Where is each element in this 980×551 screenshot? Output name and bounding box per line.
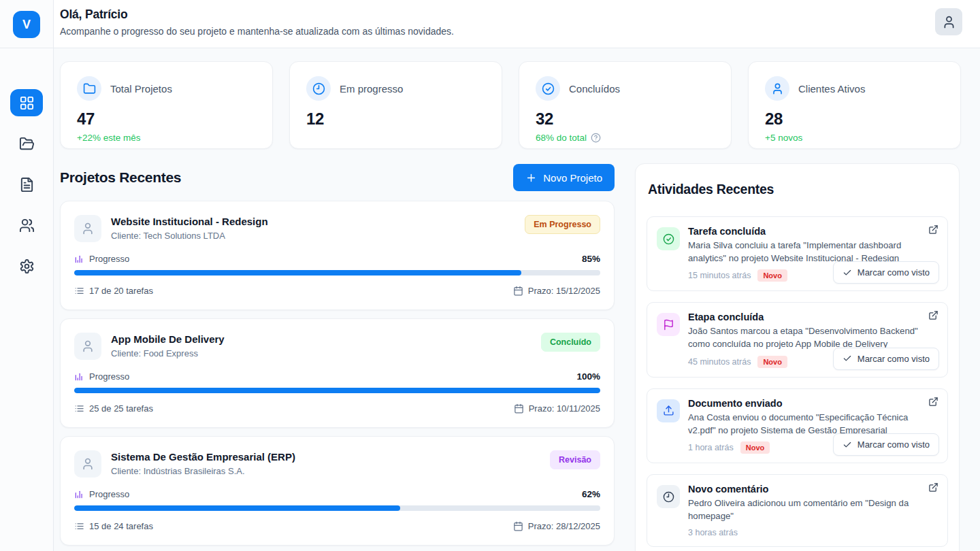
recent-projects-title: Projetos Recentes xyxy=(60,169,181,186)
recent-activities-title: Atividades Recentes xyxy=(648,182,947,197)
status-badge: Em Progresso xyxy=(525,215,600,234)
project-client: Cliente: Tech Solutions LTDA xyxy=(111,231,515,241)
stat-card-completed: Concluídos 32 68% do total xyxy=(519,61,732,149)
external-link-icon[interactable] xyxy=(928,482,938,492)
activity-item: Tarefa concluída Maria Silva concluiu a … xyxy=(647,216,948,291)
new-project-button[interactable]: Novo Projeto xyxy=(513,164,615,191)
user-menu-button[interactable] xyxy=(935,8,962,35)
activity-title: Tarefa concluída xyxy=(688,226,924,237)
list-icon xyxy=(74,286,84,296)
mark-seen-label: Marcar como visto xyxy=(858,354,930,364)
check-icon xyxy=(843,440,852,450)
clock-icon xyxy=(306,76,331,101)
stats-row: Total Projetos 47 +22% este mês Em progr… xyxy=(54,48,980,149)
project-deadline: Prazo: 10/11/2025 xyxy=(529,403,600,414)
activity-time: 3 horas atrás xyxy=(688,528,738,537)
recent-projects-section: Projetos Recentes Novo Projeto Website I… xyxy=(60,163,615,551)
activity-title: Novo comentário xyxy=(688,484,924,495)
mark-seen-button[interactable]: Marcar como visto xyxy=(833,433,939,456)
external-link-icon[interactable] xyxy=(928,224,938,235)
project-card[interactable]: Sistema De Gestão Empresarial (ERP) Clie… xyxy=(60,436,615,546)
check-circle-icon xyxy=(657,227,680,250)
main-content: Total Projetos 47 +22% este mês Em progr… xyxy=(54,48,980,551)
project-avatar xyxy=(74,333,101,360)
progress-bar xyxy=(74,505,600,511)
help-circle-icon[interactable] xyxy=(591,133,601,143)
project-avatar xyxy=(74,450,101,478)
activity-title: Documento enviado xyxy=(688,398,924,409)
header-titles: Olá, Patrício Acompanhe o progresso do s… xyxy=(60,7,454,37)
sidebar-divider xyxy=(0,48,53,48)
stat-sub-text: 68% do total xyxy=(536,133,587,143)
external-link-icon[interactable] xyxy=(928,397,938,407)
project-deadline: Prazo: 28/12/2025 xyxy=(528,521,600,531)
activity-item: Etapa concluída João Santos marcou a eta… xyxy=(647,302,948,377)
project-title: Sistema De Gestão Empresarial (ERP) xyxy=(111,451,540,463)
progress-label: Progresso xyxy=(89,254,129,264)
project-card[interactable]: Website Institucional - Redesign Cliente… xyxy=(60,201,615,310)
stat-label: Clientes Ativos xyxy=(798,83,865,95)
sidebar-item-settings[interactable] xyxy=(10,252,43,280)
activity-item: Documento enviado Ana Costa enviou o doc… xyxy=(647,388,948,463)
users-icon xyxy=(19,218,35,233)
stat-card-total-projects: Total Projetos 47 +22% este mês xyxy=(60,61,273,149)
calendar-icon xyxy=(514,403,524,414)
page-title: Olá, Patrício xyxy=(60,7,454,22)
project-avatar xyxy=(74,215,101,242)
user-icon xyxy=(81,222,95,235)
check-icon xyxy=(843,268,852,278)
progress-percent: 85% xyxy=(582,254,600,264)
stat-card-active-clients: Clientes Ativos 28 +5 novos xyxy=(748,61,961,149)
sidebar-item-projects[interactable] xyxy=(10,130,43,157)
calendar-icon xyxy=(513,521,523,531)
external-link-icon[interactable] xyxy=(928,310,938,320)
stat-sub: +22% este mês xyxy=(77,133,256,143)
activity-title: Etapa concluída xyxy=(688,312,924,322)
dashboard-grid-icon xyxy=(19,95,35,111)
user-icon xyxy=(81,457,95,471)
project-tasks: 17 de 20 tarefas xyxy=(89,286,153,296)
sidebar-nav xyxy=(0,89,53,280)
stat-value: 47 xyxy=(77,110,256,129)
stat-label: Concluídos xyxy=(569,83,620,95)
activity-time: 1 hora atrás xyxy=(688,443,734,452)
project-tasks: 25 de 25 tarefas xyxy=(89,403,153,414)
sidebar-item-dashboard[interactable] xyxy=(10,89,43,116)
stat-card-in-progress: Em progresso 12 xyxy=(289,61,502,149)
project-title: App Mobile De Delivery xyxy=(111,333,532,345)
clock-icon xyxy=(657,485,680,508)
sidebar-item-clients[interactable] xyxy=(10,212,43,239)
sidebar-item-documents[interactable] xyxy=(10,171,43,198)
progress-percent: 62% xyxy=(582,489,600,499)
user-icon xyxy=(765,76,789,101)
user-icon xyxy=(81,339,95,353)
upload-icon xyxy=(657,399,680,422)
recent-activities-panel: Atividades Recentes Tarefa concluída Mar… xyxy=(635,163,960,551)
check-circle-icon xyxy=(536,76,560,101)
bar-chart-icon xyxy=(74,372,84,382)
mark-seen-label: Marcar como visto xyxy=(858,267,930,278)
progress-bar-fill xyxy=(74,388,600,393)
mark-seen-button[interactable]: Marcar como visto xyxy=(833,348,939,370)
progress-label: Progresso xyxy=(89,489,129,499)
project-card[interactable]: App Mobile De Delivery Cliente: Food Exp… xyxy=(60,318,615,428)
new-badge: Novo xyxy=(757,269,787,282)
status-badge: Concluído xyxy=(541,333,600,352)
page-header: Olá, Patrício Acompanhe o progresso do s… xyxy=(54,0,980,48)
stat-value: 32 xyxy=(536,110,715,129)
page-subtitle: Acompanhe o progresso do seu projeto e m… xyxy=(60,26,454,37)
stat-label: Em progresso xyxy=(340,83,403,95)
activity-time: 15 minutos atrás xyxy=(688,271,751,280)
project-client: Cliente: Food Express xyxy=(111,348,532,358)
app-logo[interactable]: V xyxy=(13,11,40,38)
stat-sub: +5 novos xyxy=(765,133,944,143)
activity-item: Novo comentário Pedro Oliveira adicionou… xyxy=(647,474,948,546)
activity-description: Pedro Oliveira adicionou um comentário e… xyxy=(688,497,924,522)
mark-seen-button[interactable]: Marcar como visto xyxy=(833,261,939,284)
progress-bar xyxy=(74,388,600,393)
calendar-icon xyxy=(513,286,523,296)
stat-value: 28 xyxy=(765,110,944,129)
app-logo-letter: V xyxy=(22,18,31,32)
new-badge: Novo xyxy=(757,356,787,368)
list-icon xyxy=(74,521,84,531)
